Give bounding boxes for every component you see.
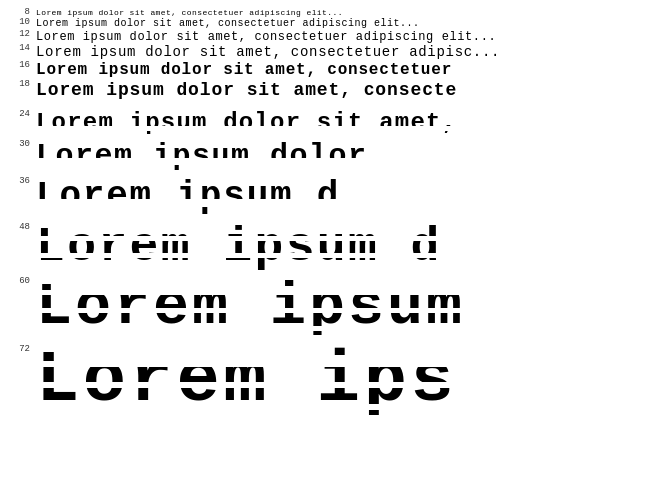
text-content-60: Lorem ipsum	[36, 277, 465, 337]
text-content-30: Lorem ipsum dolor	[36, 140, 368, 173]
line-number-24: 24	[2, 110, 30, 119]
text-content-48: Lorem ipsum d	[36, 223, 442, 271]
text-row-24: 24Lorem ipsum dolor sit amet,	[36, 110, 650, 136]
text-row-18: 18Lorem ipsum dolor sit amet, consecte	[36, 80, 650, 102]
text-row-72: 72Lorem ips	[36, 345, 650, 417]
line-number-72: 72	[2, 345, 30, 354]
line-number-12: 12	[2, 30, 30, 39]
line-number-60: 60	[2, 277, 30, 286]
text-row-10: 10Lorem ipsum dolor sit amet, consectetu…	[36, 18, 650, 30]
line-number-18: 18	[2, 80, 30, 89]
text-row-60: 60Lorem ipsum	[36, 277, 650, 337]
line-number-16: 16	[2, 61, 30, 70]
text-row-48: 48Lorem ipsum d	[36, 223, 650, 271]
line-number-48: 48	[2, 223, 30, 232]
text-row-14: 14Lorem ipsum dolor sit amet, consectetu…	[36, 44, 650, 61]
text-row-16: 16Lorem ipsum dolor sit amet, consectetu…	[36, 61, 650, 80]
text-content-12: Lorem ipsum dolor sit amet, consectetuer…	[36, 30, 496, 44]
line-number-8: 8	[2, 8, 30, 17]
text-content-10: Lorem ipsum dolor sit amet, consectetuer…	[36, 18, 420, 30]
text-content-72: Lorem ips	[36, 345, 457, 417]
text-content-14: Lorem ipsum dolor sit amet, consectetuer…	[36, 44, 500, 61]
text-content-18: Lorem ipsum dolor sit amet, consecte	[36, 80, 457, 102]
text-row-36: 36Lorem ipsum d	[36, 177, 650, 217]
text-row-12: 12Lorem ipsum dolor sit amet, consectetu…	[36, 30, 650, 44]
text-content-16: Lorem ipsum dolor sit amet, consectetuer	[36, 61, 452, 80]
text-content-36: Lorem ipsum d	[36, 177, 340, 217]
text-content-24: Lorem ipsum dolor sit amet,	[36, 110, 457, 136]
text-content-8: Lorem ipsum dolor sit amet, consectetuer…	[36, 8, 343, 18]
line-number-36: 36	[2, 177, 30, 186]
font-size-demo: 8Lorem ipsum dolor sit amet, consectetue…	[0, 0, 650, 500]
line-number-30: 30	[2, 140, 30, 149]
text-row-8: 8Lorem ipsum dolor sit amet, consectetue…	[36, 8, 650, 18]
line-number-10: 10	[2, 18, 30, 27]
line-number-14: 14	[2, 44, 30, 53]
text-row-30: 30Lorem ipsum dolor	[36, 140, 650, 173]
